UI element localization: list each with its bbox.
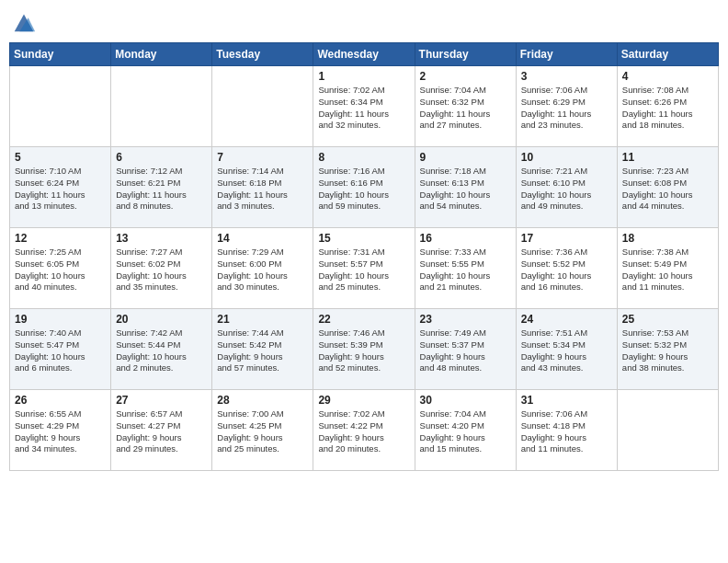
day-number: 11: [622, 151, 713, 164]
day-number: 29: [318, 394, 409, 407]
calendar-cell: 23Sunrise: 7:49 AM Sunset: 5:37 PM Dayli…: [415, 309, 516, 390]
day-info: Sunrise: 7:10 AM Sunset: 6:24 PM Dayligh…: [15, 166, 106, 213]
day-info: Sunrise: 7:18 AM Sunset: 6:13 PM Dayligh…: [420, 166, 511, 213]
weekday-header: Sunday: [10, 43, 111, 66]
day-number: 9: [420, 151, 511, 164]
weekday-header: Saturday: [617, 43, 718, 66]
day-info: Sunrise: 7:08 AM Sunset: 6:26 PM Dayligh…: [622, 85, 713, 132]
calendar-cell: [212, 66, 313, 147]
day-number: 23: [420, 313, 511, 326]
calendar-table: SundayMondayTuesdayWednesdayThursdayFrid…: [9, 42, 719, 471]
day-number: 15: [318, 232, 409, 245]
day-number: 27: [116, 394, 207, 407]
day-info: Sunrise: 7:02 AM Sunset: 4:22 PM Dayligh…: [318, 408, 409, 455]
day-number: 1: [318, 70, 409, 83]
calendar-cell: 2Sunrise: 7:04 AM Sunset: 6:32 PM Daylig…: [415, 66, 516, 147]
day-number: 20: [116, 313, 207, 326]
day-info: Sunrise: 7:06 AM Sunset: 4:18 PM Dayligh…: [521, 408, 612, 455]
day-number: 4: [622, 70, 713, 83]
day-number: 8: [318, 151, 409, 164]
calendar-cell: 4Sunrise: 7:08 AM Sunset: 6:26 PM Daylig…: [617, 66, 718, 147]
logo: [9, 9, 37, 35]
day-info: Sunrise: 7:00 AM Sunset: 4:25 PM Dayligh…: [217, 408, 308, 455]
day-info: Sunrise: 7:25 AM Sunset: 6:05 PM Dayligh…: [15, 247, 106, 293]
calendar-cell: 26Sunrise: 6:55 AM Sunset: 4:29 PM Dayli…: [10, 390, 111, 471]
day-info: Sunrise: 7:31 AM Sunset: 5:57 PM Dayligh…: [318, 247, 409, 293]
weekday-header: Tuesday: [212, 43, 313, 66]
calendar-cell: 28Sunrise: 7:00 AM Sunset: 4:25 PM Dayli…: [212, 390, 313, 471]
day-number: 16: [420, 232, 511, 245]
calendar-cell: 15Sunrise: 7:31 AM Sunset: 5:57 PM Dayli…: [313, 228, 415, 309]
day-info: Sunrise: 7:49 AM Sunset: 5:37 PM Dayligh…: [420, 327, 511, 374]
day-info: Sunrise: 7:21 AM Sunset: 6:10 PM Dayligh…: [521, 166, 612, 213]
page: SundayMondayTuesdayWednesdayThursdayFrid…: [0, 0, 728, 563]
day-info: Sunrise: 7:33 AM Sunset: 5:55 PM Dayligh…: [420, 247, 511, 293]
day-info: Sunrise: 7:38 AM Sunset: 5:49 PM Dayligh…: [622, 247, 713, 293]
day-number: 31: [521, 394, 612, 407]
day-number: 25: [622, 313, 713, 326]
day-number: 18: [622, 232, 713, 245]
calendar-cell: 9Sunrise: 7:18 AM Sunset: 6:13 PM Daylig…: [415, 147, 516, 228]
calendar-cell: 19Sunrise: 7:40 AM Sunset: 5:47 PM Dayli…: [10, 309, 111, 390]
header: [9, 9, 719, 35]
calendar-cell: 11Sunrise: 7:23 AM Sunset: 6:08 PM Dayli…: [617, 147, 718, 228]
day-info: Sunrise: 7:12 AM Sunset: 6:21 PM Dayligh…: [116, 166, 207, 213]
day-number: 22: [318, 313, 409, 326]
calendar-cell: 1Sunrise: 7:02 AM Sunset: 6:34 PM Daylig…: [313, 66, 415, 147]
calendar-cell: [111, 66, 212, 147]
calendar-week-row: 26Sunrise: 6:55 AM Sunset: 4:29 PM Dayli…: [10, 390, 719, 471]
weekday-header: Friday: [516, 43, 617, 66]
day-number: 21: [217, 313, 308, 326]
day-info: Sunrise: 7:06 AM Sunset: 6:29 PM Dayligh…: [521, 85, 612, 132]
day-info: Sunrise: 7:53 AM Sunset: 5:32 PM Dayligh…: [622, 327, 713, 374]
calendar-week-row: 5Sunrise: 7:10 AM Sunset: 6:24 PM Daylig…: [10, 147, 719, 228]
calendar-cell: 14Sunrise: 7:29 AM Sunset: 6:00 PM Dayli…: [212, 228, 313, 309]
day-info: Sunrise: 7:02 AM Sunset: 6:34 PM Dayligh…: [318, 85, 409, 132]
day-info: Sunrise: 7:51 AM Sunset: 5:34 PM Dayligh…: [521, 327, 612, 374]
day-info: Sunrise: 7:36 AM Sunset: 5:52 PM Dayligh…: [521, 247, 612, 293]
day-number: 6: [116, 151, 207, 164]
day-info: Sunrise: 7:44 AM Sunset: 5:42 PM Dayligh…: [217, 327, 308, 374]
calendar-cell: 24Sunrise: 7:51 AM Sunset: 5:34 PM Dayli…: [516, 309, 617, 390]
day-info: Sunrise: 7:14 AM Sunset: 6:18 PM Dayligh…: [217, 166, 308, 213]
day-number: 24: [521, 313, 612, 326]
day-info: Sunrise: 7:23 AM Sunset: 6:08 PM Dayligh…: [622, 166, 713, 213]
day-info: Sunrise: 7:40 AM Sunset: 5:47 PM Dayligh…: [15, 327, 106, 374]
day-number: 12: [15, 232, 106, 245]
day-info: Sunrise: 6:55 AM Sunset: 4:29 PM Dayligh…: [15, 408, 106, 455]
calendar-week-row: 1Sunrise: 7:02 AM Sunset: 6:34 PM Daylig…: [10, 66, 719, 147]
calendar-week-row: 12Sunrise: 7:25 AM Sunset: 6:05 PM Dayli…: [10, 228, 719, 309]
day-info: Sunrise: 7:42 AM Sunset: 5:44 PM Dayligh…: [116, 327, 207, 374]
calendar-cell: 20Sunrise: 7:42 AM Sunset: 5:44 PM Dayli…: [111, 309, 212, 390]
day-info: Sunrise: 7:16 AM Sunset: 6:16 PM Dayligh…: [318, 166, 409, 213]
day-info: Sunrise: 7:29 AM Sunset: 6:00 PM Dayligh…: [217, 247, 308, 293]
weekday-header: Monday: [111, 43, 212, 66]
calendar-cell: 17Sunrise: 7:36 AM Sunset: 5:52 PM Dayli…: [516, 228, 617, 309]
calendar-cell: 12Sunrise: 7:25 AM Sunset: 6:05 PM Dayli…: [10, 228, 111, 309]
logo-icon: [11, 9, 37, 35]
day-number: 13: [116, 232, 207, 245]
day-number: 14: [217, 232, 308, 245]
day-info: Sunrise: 6:57 AM Sunset: 4:27 PM Dayligh…: [116, 408, 207, 455]
calendar-cell: 21Sunrise: 7:44 AM Sunset: 5:42 PM Dayli…: [212, 309, 313, 390]
day-info: Sunrise: 7:04 AM Sunset: 4:20 PM Dayligh…: [420, 408, 511, 455]
day-number: 19: [15, 313, 106, 326]
day-info: Sunrise: 7:27 AM Sunset: 6:02 PM Dayligh…: [116, 247, 207, 293]
calendar-cell: 30Sunrise: 7:04 AM Sunset: 4:20 PM Dayli…: [415, 390, 516, 471]
calendar-cell: 10Sunrise: 7:21 AM Sunset: 6:10 PM Dayli…: [516, 147, 617, 228]
calendar-cell: 3Sunrise: 7:06 AM Sunset: 6:29 PM Daylig…: [516, 66, 617, 147]
day-info: Sunrise: 7:46 AM Sunset: 5:39 PM Dayligh…: [318, 327, 409, 374]
day-number: 2: [420, 70, 511, 83]
calendar-header-row: SundayMondayTuesdayWednesdayThursdayFrid…: [10, 43, 719, 66]
calendar-cell: 25Sunrise: 7:53 AM Sunset: 5:32 PM Dayli…: [617, 309, 718, 390]
day-number: 28: [217, 394, 308, 407]
day-info: Sunrise: 7:04 AM Sunset: 6:32 PM Dayligh…: [420, 85, 511, 132]
day-number: 17: [521, 232, 612, 245]
calendar-cell: [10, 66, 111, 147]
calendar-cell: 13Sunrise: 7:27 AM Sunset: 6:02 PM Dayli…: [111, 228, 212, 309]
day-number: 7: [217, 151, 308, 164]
calendar-cell: 22Sunrise: 7:46 AM Sunset: 5:39 PM Dayli…: [313, 309, 415, 390]
day-number: 10: [521, 151, 612, 164]
calendar-cell: 27Sunrise: 6:57 AM Sunset: 4:27 PM Dayli…: [111, 390, 212, 471]
calendar-cell: [617, 390, 718, 471]
